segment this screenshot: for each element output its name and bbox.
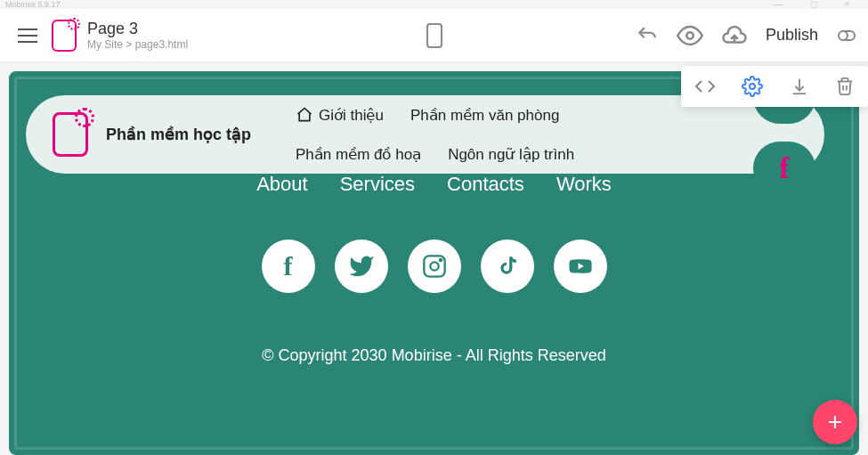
nav-item-office[interactable]: Phần mềm văn phòng (410, 95, 559, 134)
facebook-icon: f (284, 251, 293, 281)
social-twitter[interactable] (335, 240, 388, 293)
menu-button[interactable] (11, 21, 45, 50)
page-info: Page 3 My Site > page3.html (87, 20, 188, 51)
app-logo-icon[interactable] (52, 20, 77, 52)
footer-link-services[interactable]: Services (340, 173, 415, 196)
window-maximize[interactable]: □ (811, 0, 817, 11)
settings-button[interactable] (738, 72, 767, 101)
mobile-icon (426, 23, 442, 48)
app-title-bar: Mobirise 5.9.17 — □ × (0, 0, 868, 9)
header-right: Publish (636, 22, 857, 49)
youtube-icon (567, 253, 594, 280)
nav-item-home[interactable]: Giới thiệu (296, 95, 384, 134)
social-facebook[interactable]: f (262, 240, 315, 293)
breadcrumb[interactable]: My Site > page3.html (87, 38, 188, 51)
window-minimize[interactable]: — (774, 0, 784, 11)
code-button[interactable] (691, 72, 719, 101)
footer-links: About Services Contacts Works (17, 173, 851, 196)
element-toolbar (681, 66, 868, 107)
svg-point-0 (686, 32, 694, 39)
svg-point-6 (750, 84, 755, 89)
preview-button[interactable] (677, 22, 703, 49)
instagram-icon (422, 254, 447, 279)
svg-point-5 (439, 259, 441, 261)
app-title: Mobirise 5.9.17 (5, 0, 61, 9)
social-tiktok[interactable] (481, 240, 534, 293)
toggle-button[interactable] (836, 25, 857, 46)
window-close[interactable]: × (844, 0, 850, 11)
nav-item-label: Phần mềm đồ hoạ (296, 145, 421, 164)
tiktok-icon (496, 255, 519, 278)
window-controls: — □ × (774, 0, 868, 11)
nav-bar[interactable]: Phần mềm học tập Giới thiệu Phần mềm văn… (26, 95, 824, 174)
plus-icon: + (828, 408, 842, 436)
social-row: f (17, 240, 851, 293)
device-preview-button[interactable] (426, 23, 442, 48)
svg-point-1 (839, 31, 848, 40)
footer-link-works[interactable]: Works (556, 173, 612, 196)
delete-button[interactable] (831, 73, 858, 100)
page-title[interactable]: Page 3 (87, 20, 188, 38)
download-button[interactable] (786, 73, 813, 100)
site-logo-icon[interactable] (53, 112, 88, 157)
svg-point-4 (430, 262, 438, 270)
social-instagram[interactable] (408, 240, 461, 293)
undo-button[interactable] (636, 24, 659, 47)
nav-item-label: Giới thiệu (319, 106, 384, 125)
nav-item-graphics[interactable]: Phần mềm đồ hoạ (296, 134, 421, 174)
nav-menu: Giới thiệu Phần mềm văn phòng Phần mềm đ… (296, 95, 652, 174)
social-youtube[interactable] (554, 240, 607, 293)
canvas-area: Phần mềm học tập Giới thiệu Phần mềm văn… (0, 62, 868, 455)
footer-link-about[interactable]: About (256, 173, 308, 196)
facebook-icon: f (779, 151, 789, 185)
twitter-icon (348, 253, 375, 280)
upload-button[interactable] (721, 22, 748, 49)
nav-item-label: Phần mềm văn phòng (410, 106, 559, 125)
page-canvas[interactable]: Phần mềm học tập Giới thiệu Phần mềm văn… (9, 71, 859, 455)
add-block-button[interactable]: + (813, 400, 857, 444)
footer-link-contacts[interactable]: Contacts (447, 173, 524, 196)
home-icon (296, 106, 313, 124)
nav-item-programming[interactable]: Ngôn ngữ lập trình (448, 134, 574, 174)
publish-button[interactable]: Publish (766, 26, 818, 45)
site-brand[interactable]: Phần mềm học tập (106, 125, 251, 144)
facebook-pill[interactable]: f (753, 142, 815, 195)
nav-item-label: Ngôn ngữ lập trình (448, 145, 574, 164)
app-header: Page 3 My Site > page3.html Publish (0, 9, 868, 62)
canvas-inner: Phần mềm học tập Giới thiệu Phần mềm văn… (14, 77, 854, 450)
copyright-text: © Copyright 2030 Mobirise - All Rights R… (17, 346, 851, 365)
